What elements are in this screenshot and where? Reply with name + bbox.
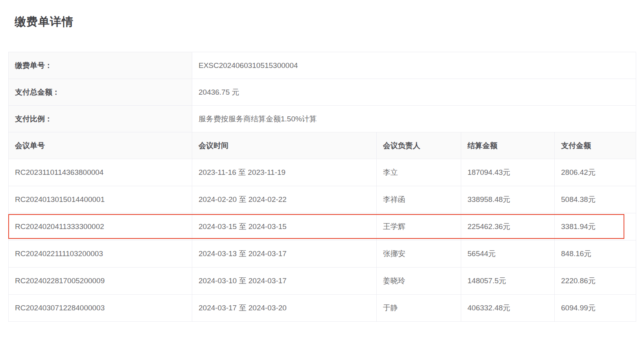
detail-row-payment-number: 缴费单号： EXSC2024060310515300004 xyxy=(9,52,636,79)
column-header-meeting-time: 会议时间 xyxy=(192,132,377,159)
meeting-row-6[interactable]: RC2024030712284000003 2024-03-17 至 2024-… xyxy=(9,295,636,322)
meeting-number-cell: RC2024020411333300002 xyxy=(9,213,192,240)
settlement-amount-cell: 406332.48元 xyxy=(461,295,555,322)
detail-value-total-amount: 20436.75 元 xyxy=(192,79,636,106)
payment-amount-cell: 2806.42元 xyxy=(555,159,636,186)
payment-amount-cell: 2220.86元 xyxy=(555,268,636,295)
column-header-meeting-number: 会议单号 xyxy=(9,132,192,159)
settlement-amount-cell: 187094.43元 xyxy=(461,159,555,186)
meeting-time-cell: 2024-03-10 至 2024-03-17 xyxy=(192,268,377,295)
meeting-owner-cell: 李立 xyxy=(377,159,461,186)
meeting-row-2[interactable]: RC2024013015014400001 2024-02-20 至 2024-… xyxy=(9,186,636,213)
meeting-row-5[interactable]: RC2024022817005200009 2024-03-10 至 2024-… xyxy=(9,268,636,295)
detail-label-total-amount: 支付总金额： xyxy=(9,79,192,106)
meeting-time-cell: 2024-03-15 至 2024-03-15 xyxy=(192,213,377,240)
payment-detail-table: 缴费单号： EXSC2024060310515300004 支付总金额： 204… xyxy=(8,52,636,322)
detail-label-payment-ratio: 支付比例： xyxy=(9,106,192,132)
meeting-row-1[interactable]: RC2023110114363800004 2023-11-16 至 2023-… xyxy=(9,159,636,186)
meeting-number-cell: RC2024030712284000003 xyxy=(9,295,192,322)
meeting-number-cell: RC2023110114363800004 xyxy=(9,159,192,186)
payment-amount-cell: 3381.94元 xyxy=(555,213,636,240)
detail-label-payment-number: 缴费单号： xyxy=(9,52,192,79)
detail-value-payment-ratio: 服务费按服务商结算金额1.50%计算 xyxy=(192,106,636,132)
settlement-amount-cell: 225462.36元 xyxy=(461,213,555,240)
meeting-owner-cell: 李祥函 xyxy=(377,186,461,213)
page-title: 缴费单详情 xyxy=(15,14,74,30)
meeting-owner-cell: 于静 xyxy=(377,295,461,322)
meeting-owner-cell: 张挪安 xyxy=(377,240,461,268)
settlement-amount-cell: 338958.48元 xyxy=(461,186,555,213)
detail-row-payment-ratio: 支付比例： 服务费按服务商结算金额1.50%计算 xyxy=(9,106,636,132)
settlement-amount-cell: 56544元 xyxy=(461,240,555,268)
meeting-number-cell: RC2024022817005200009 xyxy=(9,268,192,295)
payment-amount-cell: 5084.38元 xyxy=(555,186,636,213)
meeting-row-3-highlighted[interactable]: RC2024020411333300002 2024-03-15 至 2024-… xyxy=(9,213,636,240)
meeting-owner-cell: 姜晓玲 xyxy=(377,268,461,295)
column-header-settlement-amount: 结算金额 xyxy=(461,132,555,159)
meeting-time-cell: 2024-02-20 至 2024-02-22 xyxy=(192,186,377,213)
payment-amount-cell: 6094.99元 xyxy=(555,295,636,322)
detail-value-payment-number: EXSC2024060310515300004 xyxy=(192,52,636,79)
settlement-amount-cell: 148057.5元 xyxy=(461,268,555,295)
column-header-payment-amount: 支付金额 xyxy=(555,132,636,159)
detail-row-total-amount: 支付总金额： 20436.75 元 xyxy=(9,79,636,106)
meetings-header-row: 会议单号 会议时间 会议负责人 结算金额 支付金额 xyxy=(9,132,636,159)
meeting-time-cell: 2024-03-17 至 2024-03-20 xyxy=(192,295,377,322)
column-header-meeting-owner: 会议负责人 xyxy=(377,132,461,159)
meeting-row-4[interactable]: RC2024022111103200003 2024-03-13 至 2024-… xyxy=(9,240,636,268)
meeting-number-cell: RC2024022111103200003 xyxy=(9,240,192,268)
meeting-time-cell: 2023-11-16 至 2023-11-19 xyxy=(192,159,377,186)
payment-amount-cell: 848.16元 xyxy=(555,240,636,268)
meeting-number-cell: RC2024013015014400001 xyxy=(9,186,192,213)
meeting-owner-cell: 王学辉 xyxy=(377,213,461,240)
meeting-time-cell: 2024-03-13 至 2024-03-17 xyxy=(192,240,377,268)
